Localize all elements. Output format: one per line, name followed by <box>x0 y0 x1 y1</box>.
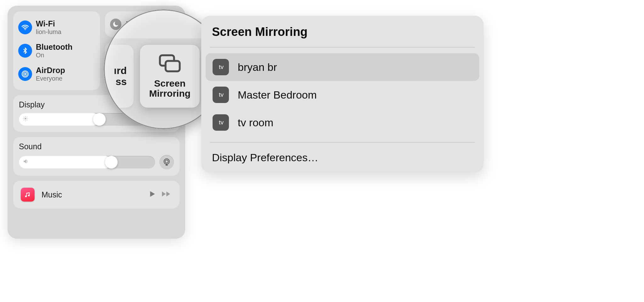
airplay-device-name: Master Bedroom <box>238 89 317 101</box>
screen-mirroring-icon <box>158 54 181 74</box>
appletv-icon: tv <box>213 59 229 75</box>
airplay-device-row[interactable]: tv Master Bedroom <box>206 81 479 109</box>
lens-screen-mirroring-label: Screen Mirroring <box>149 78 191 99</box>
screen-mirroring-popover: Screen Mirroring tv bryan br tv Master B… <box>201 16 484 173</box>
airdrop-label: AirDrop <box>36 66 65 75</box>
connectivity-tile: Wi-Fi lion-luma Bluetooth On AirDrop <box>13 11 100 90</box>
svg-rect-18 <box>166 61 180 71</box>
airplay-device-name: tv room <box>238 117 273 129</box>
airplay-device-row[interactable]: tv tv room <box>206 109 479 136</box>
wifi-label: Wi-Fi <box>36 19 61 28</box>
appletv-icon: tv <box>213 87 229 103</box>
play-button[interactable] <box>148 190 156 199</box>
music-app-icon <box>21 188 35 202</box>
airplay-audio-button[interactable] <box>159 155 174 169</box>
lens-screen-mirroring-tile[interactable]: Screen Mirroring <box>140 45 200 108</box>
bluetooth-status: On <box>36 52 73 59</box>
appletv-icon: tv <box>213 114 229 131</box>
svg-line-14 <box>27 117 27 117</box>
divider <box>210 47 475 48</box>
wifi-icon <box>18 20 32 34</box>
svg-point-16 <box>165 160 168 163</box>
bluetooth-label: Bluetooth <box>36 43 73 52</box>
divider <box>210 142 475 143</box>
music-transport-controls <box>148 190 172 199</box>
speaker-icon <box>23 158 29 166</box>
music-label: Music <box>42 190 141 199</box>
next-track-button[interactable] <box>161 190 172 199</box>
airdrop-item[interactable]: AirDrop Everyone <box>18 65 96 83</box>
bluetooth-icon <box>18 44 32 58</box>
sound-volume-slider[interactable] <box>19 156 155 168</box>
svg-point-6 <box>25 118 26 120</box>
music-tile[interactable]: Music <box>13 181 180 208</box>
svg-point-1 <box>24 73 26 75</box>
svg-line-13 <box>24 120 24 120</box>
svg-point-15 <box>164 159 169 164</box>
svg-point-0 <box>25 29 25 30</box>
airdrop-status: Everyone <box>36 75 65 82</box>
wifi-network-name: lion-luma <box>36 28 61 36</box>
screen-mirroring-title: Screen Mirroring <box>201 25 484 47</box>
airplay-device-list: tv bryan br tv Master Bedroom tv tv room <box>201 53 484 136</box>
svg-line-12 <box>27 120 27 120</box>
airdrop-icon <box>18 67 32 81</box>
bluetooth-item[interactable]: Bluetooth On <box>18 41 96 60</box>
wifi-item[interactable]: Wi-Fi lion-luma <box>18 18 96 37</box>
airplay-device-row[interactable]: tv bryan br <box>206 53 479 81</box>
display-preferences-link[interactable]: Display Preferences… <box>201 148 484 166</box>
sound-title: Sound <box>19 142 174 151</box>
brightness-icon <box>23 116 28 123</box>
sound-section: Sound <box>13 137 180 176</box>
svg-line-11 <box>24 117 24 117</box>
airplay-device-name: bryan br <box>238 61 277 73</box>
